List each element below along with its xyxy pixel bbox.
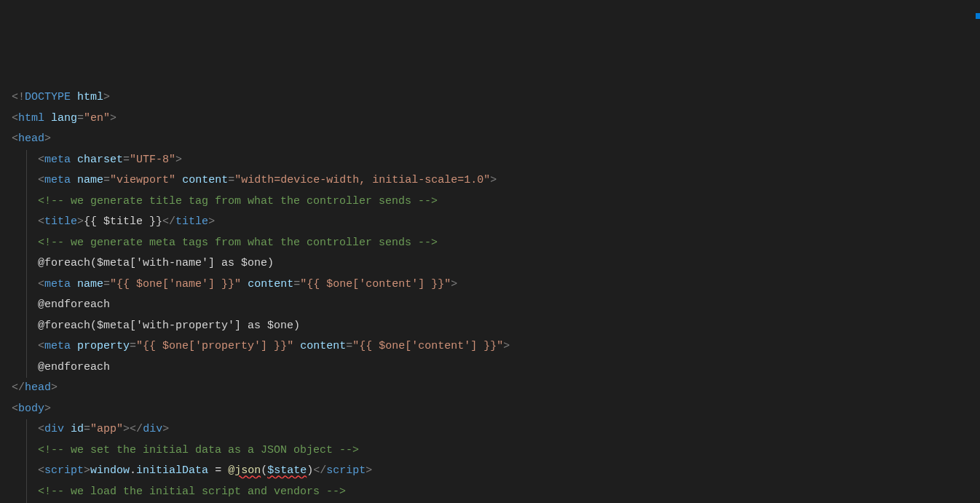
code-token <box>241 278 248 290</box>
code-token: . <box>130 464 136 477</box>
code-token: initialData <box>136 464 208 477</box>
code-token: "en" <box>84 112 110 124</box>
code-token: name <box>77 278 103 290</box>
code-token: DOCTYPE <box>25 91 71 103</box>
code-line[interactable]: @endforeach <box>12 357 980 379</box>
code-line[interactable]: <body> <box>12 399 980 420</box>
code-token <box>71 91 77 103</box>
code-token: body <box>18 403 44 415</box>
code-token: > <box>51 381 58 394</box>
code-token: <!-- we generate meta tags from what the… <box>38 237 438 249</box>
code-line[interactable]: <!-- we generate meta tags from what the… <box>12 233 980 254</box>
code-token: > <box>44 132 51 145</box>
code-token: </ <box>162 215 175 228</box>
code-token: head <box>25 381 51 394</box>
code-line[interactable]: <!-- we load the initial script and vend… <box>12 482 980 503</box>
code-token <box>64 423 71 435</box>
code-token: lang <box>51 112 77 124</box>
code-token: > <box>84 464 90 477</box>
code-token: > <box>44 403 51 415</box>
code-token: < <box>38 174 44 186</box>
code-line[interactable]: @endforeach <box>12 295 980 316</box>
code-token: < <box>38 423 44 435</box>
code-token: @endforeach <box>38 298 110 311</box>
code-line[interactable]: <div id="app"></div> <box>12 419 980 440</box>
code-token: = <box>293 278 300 290</box>
code-token: "{{ $one['property'] }}" <box>136 340 293 352</box>
code-token: > <box>451 278 457 290</box>
code-token: div <box>143 423 162 435</box>
code-line[interactable]: @foreach($meta['with-name'] as $one) <box>12 253 980 274</box>
code-token: ) <box>307 464 313 477</box>
code-token: = <box>84 423 90 435</box>
code-token: "{{ $one['content'] }}" <box>300 278 451 290</box>
code-line[interactable]: @foreach($meta['with-property'] as $one) <box>12 316 980 337</box>
code-token: meta <box>44 278 71 290</box>
code-token: "UTF-8" <box>130 154 175 166</box>
code-line[interactable]: <!-- we generate title tag from what the… <box>12 191 980 213</box>
code-token: > <box>77 215 84 228</box>
code-token: > <box>103 91 110 103</box>
code-token: charset <box>77 154 123 166</box>
code-token <box>71 278 77 290</box>
code-token: html <box>77 91 103 103</box>
code-token: < <box>38 340 44 352</box>
code-editor[interactable]: <!DOCTYPE html><html lang="en"><head> <m… <box>0 83 980 503</box>
code-token: < <box>12 132 18 145</box>
code-line[interactable]: <meta property="{{ $one['property'] }}" … <box>12 336 980 357</box>
code-token: "viewport" <box>110 174 175 186</box>
code-token: = <box>103 174 110 186</box>
code-token: = <box>77 112 84 124</box>
code-line[interactable]: <title>{{ $title }}</title> <box>12 212 980 233</box>
code-token: ( <box>261 464 267 477</box>
code-token: content <box>248 278 293 290</box>
code-token: <! <box>12 91 25 103</box>
code-line[interactable]: <meta name="{{ $one['name'] }}" content=… <box>12 274 980 296</box>
code-token: content <box>300 340 346 352</box>
code-line[interactable]: <meta charset="UTF-8"> <box>12 150 980 171</box>
code-line[interactable]: <head> <box>12 129 980 150</box>
code-token: > <box>175 154 182 166</box>
code-token: ></ <box>123 423 143 435</box>
code-token: content <box>182 174 228 186</box>
code-token: meta <box>44 154 71 166</box>
code-line[interactable]: <html lang="en"> <box>12 108 980 130</box>
code-token <box>71 154 77 166</box>
code-token: "{{ $one['content'] }}" <box>352 340 503 352</box>
code-token: = <box>123 154 130 166</box>
code-token: title <box>175 215 208 228</box>
code-line[interactable]: <script>window.initialData = @json($stat… <box>12 461 980 482</box>
code-line[interactable]: </head> <box>12 378 980 399</box>
code-token: @foreach($meta['with-name'] as $one) <box>38 257 274 269</box>
code-token: head <box>18 132 44 145</box>
code-token: $state <box>267 464 307 477</box>
code-token: @endforeach <box>38 361 110 373</box>
code-token: div <box>44 423 64 435</box>
code-token: json <box>234 464 261 477</box>
code-token: title <box>44 215 77 228</box>
code-token: "app" <box>90 423 123 435</box>
code-token: name <box>77 174 103 186</box>
code-token: > <box>162 423 169 435</box>
code-line[interactable]: <meta name="viewport" content="width=dev… <box>12 170 980 191</box>
code-token: > <box>110 112 116 124</box>
code-token: </ <box>313 464 326 477</box>
code-token: @foreach($meta['with-property'] as $one) <box>38 320 300 332</box>
code-token: = <box>130 340 136 352</box>
minimap[interactable] <box>975 0 980 503</box>
code-line[interactable]: <!DOCTYPE html> <box>12 87 980 108</box>
code-token <box>71 340 77 352</box>
code-token: > <box>503 340 510 352</box>
code-line[interactable]: <!-- we set the initial data as a JSON o… <box>12 440 980 462</box>
code-token: @ <box>228 464 234 477</box>
code-token <box>71 174 77 186</box>
code-token: {{ $title }} <box>84 215 162 228</box>
code-token: < <box>38 215 44 228</box>
code-token: <!-- we set the initial data as a JSON o… <box>38 444 359 456</box>
code-token: meta <box>44 174 71 186</box>
code-token: > <box>490 174 497 186</box>
code-token: property <box>77 340 130 352</box>
code-token: < <box>12 112 18 124</box>
code-token <box>293 340 300 352</box>
code-token: = <box>346 340 352 352</box>
